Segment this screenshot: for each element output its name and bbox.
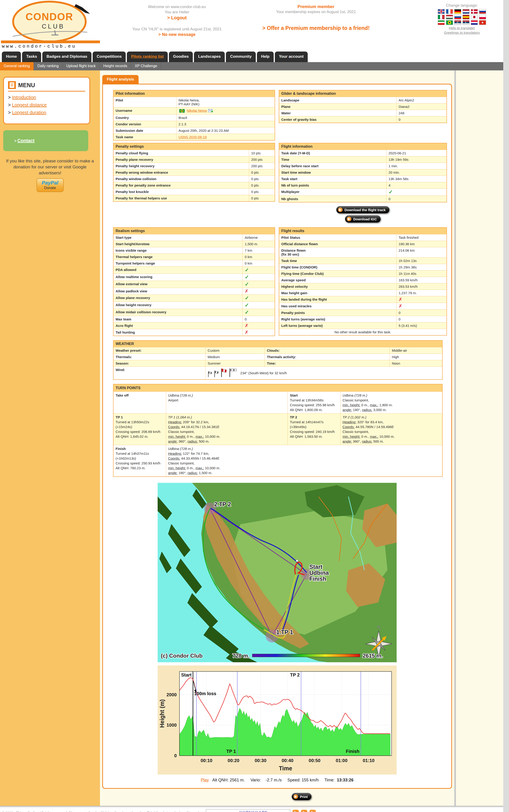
premium-member-badge: Premium member (241, 4, 391, 9)
row-label: Distance flown (fix 30 sec) (279, 247, 397, 258)
subtab-general-ranking[interactable]: General ranking (0, 62, 34, 70)
user-text: You are Heller (129, 9, 225, 15)
subtab-xp-challenge[interactable]: XP Challenge (131, 62, 161, 70)
flag-pl-icon[interactable] (479, 15, 486, 19)
tab-community[interactable]: Community (226, 52, 256, 62)
sidebar-item-label[interactable]: Longest duration (12, 110, 46, 115)
tab-home[interactable]: Home (2, 52, 21, 62)
flag-ru-icon[interactable] (479, 9, 486, 14)
row-label: Landscape (279, 97, 397, 103)
row-value: Task finished (397, 235, 447, 241)
table-row: Task time1h 02m 13s (279, 258, 447, 264)
flag-it-icon[interactable] (438, 15, 445, 19)
no-new-message-link[interactable]: > No new message (158, 32, 196, 37)
row-label: Start height/Aerotow (113, 241, 242, 247)
logo-subtitle: CLUB (42, 23, 65, 30)
check-icon: ✓ (245, 309, 249, 315)
svg-text:00:30: 00:30 (254, 758, 266, 763)
subtab-height-records[interactable]: Height records (100, 62, 131, 70)
tab-tasks[interactable]: Tasks (22, 52, 41, 62)
row-value: 0 pts (249, 182, 275, 189)
row-label: Penalty for penalty zone entrance (113, 182, 249, 189)
table-row: PlaneDiana2 (279, 103, 447, 110)
greetings-translators-link[interactable]: Greetings to translators (432, 31, 492, 34)
flag-br-icon[interactable] (446, 20, 453, 25)
flag-es-icon[interactable] (463, 15, 470, 19)
tab-your-account[interactable]: Your account (275, 52, 308, 62)
svg-text:1000: 1000 (167, 722, 177, 727)
subtab-daily-ranking[interactable]: Daily ranking (34, 62, 63, 70)
download-flight-track-button[interactable]: ▶ Download the flight track (336, 206, 389, 214)
row-value: ✓ (242, 302, 275, 309)
flag-hr-icon[interactable] (471, 20, 478, 25)
sidebar-item-longest-distance[interactable]: > Longest distance (8, 102, 85, 108)
sidebar-item-contact[interactable]: Contact (18, 138, 34, 143)
time-label: Time: (325, 778, 335, 782)
flag-dk-icon[interactable] (471, 9, 478, 14)
turnpoint-cell: StartTurned at 13h34m58sCrossing speed: … (288, 392, 340, 414)
row-label: Allow midair collision recovery (113, 309, 242, 316)
rss-icon[interactable] (309, 810, 316, 812)
table-row: Tail hunting✗ (113, 329, 275, 336)
username-link[interactable]: Nikolai Neiva (187, 108, 207, 113)
logout-link[interactable]: > Logout (167, 15, 187, 21)
flag-sk-icon[interactable] (454, 15, 461, 19)
row-label: Weather preset: (113, 347, 205, 354)
tab-landscapes[interactable]: Landscapes (194, 52, 225, 62)
arrow-icon: ▶ (294, 794, 298, 799)
sidebar-item-longest-duration[interactable]: > Longest duration (8, 110, 85, 115)
table-row: Delay before race start1 min. (279, 163, 447, 169)
tab-badges-and-diplomas[interactable]: Badges and Diplomas (42, 52, 92, 62)
send-message-icon[interactable] (208, 108, 213, 113)
row-value: Nikolai Neiva (176, 107, 275, 115)
offer-premium-link[interactable]: > Offer a Premium membership to a friend… (262, 25, 370, 31)
row-label: Task time (279, 258, 397, 264)
table-row: Max team0 (113, 316, 275, 322)
tab-pilots-ranking-list[interactable]: Pilots ranking list (127, 52, 168, 62)
paypal-donate-button[interactable]: PayPal Donate (37, 178, 64, 192)
flag-rsl-icon[interactable]: L (463, 20, 470, 25)
play-link[interactable]: Play (201, 778, 209, 782)
task-name-link[interactable]: USNS 2020-08-19 (178, 135, 207, 139)
table-row: Penalty cloud flying10 pts (113, 150, 275, 156)
row-label: Condor version (113, 121, 176, 127)
print-button[interactable]: ▶ Print (292, 793, 312, 800)
row-value: 10 pts (249, 150, 275, 156)
row-value: ✓ (386, 189, 447, 196)
sidebar-item-introduction[interactable]: > Introduction (8, 95, 85, 100)
sidebar-item-label[interactable]: Introduction (12, 95, 36, 100)
flight-information-table: Flight informationTask date (Y-M-D)2020-… (279, 143, 447, 202)
flag-de-icon[interactable] (454, 9, 461, 14)
rss-icon[interactable] (301, 810, 307, 812)
windsock-icon (229, 368, 237, 378)
row-value: 0 (397, 316, 447, 322)
tab-goodies[interactable]: Goodies (169, 52, 193, 62)
table-row: Penalty for thermal helpers use0 pts (113, 195, 275, 202)
flag-hu-icon[interactable] (446, 15, 453, 19)
row-label: Start type (113, 235, 242, 241)
rss-icon[interactable] (293, 810, 299, 812)
row-label: Task date (Y-M-D) (279, 150, 386, 156)
flag-jp-icon[interactable] (471, 15, 478, 19)
turnpoint-row: Take offUdbina (728 m.)AirportStartTurne… (113, 392, 442, 414)
condor-club-logo[interactable]: CONDOR CLUB www.condor-club.eu (0, 0, 100, 49)
table-row: Icons visible range7 km (113, 247, 275, 254)
flag-nl-icon[interactable] (463, 9, 470, 14)
flag-rsc-icon[interactable]: C (454, 20, 461, 25)
tab-help[interactable]: Help (257, 52, 274, 62)
alt-qnh-value: Alt QNH: 2561 m. (212, 778, 245, 782)
help-translate-link[interactable]: Help to translate! (432, 26, 492, 30)
wind-row: Wind: 234° (South-West) for 32 km/h (113, 367, 442, 380)
table-title: Realism settings (113, 227, 275, 235)
flag-uk-icon[interactable] (438, 9, 445, 14)
flag-ir-icon[interactable] (438, 20, 445, 25)
menu-document-icon (8, 81, 16, 89)
sidebar-item-label[interactable]: Longest distance (12, 102, 47, 107)
flag-fr-icon[interactable] (446, 9, 453, 14)
flag-hk-icon[interactable]: ★ (479, 20, 486, 25)
download-igc-button[interactable]: ▶ Download IGC (345, 215, 381, 223)
tab-competitions[interactable]: Competitions (93, 52, 126, 62)
paypal-logo: PayPal (37, 180, 63, 186)
site-update-link[interactable]: Site update (186, 811, 204, 812)
subtab-upload-flight-track[interactable]: Upload flight track (63, 62, 100, 70)
